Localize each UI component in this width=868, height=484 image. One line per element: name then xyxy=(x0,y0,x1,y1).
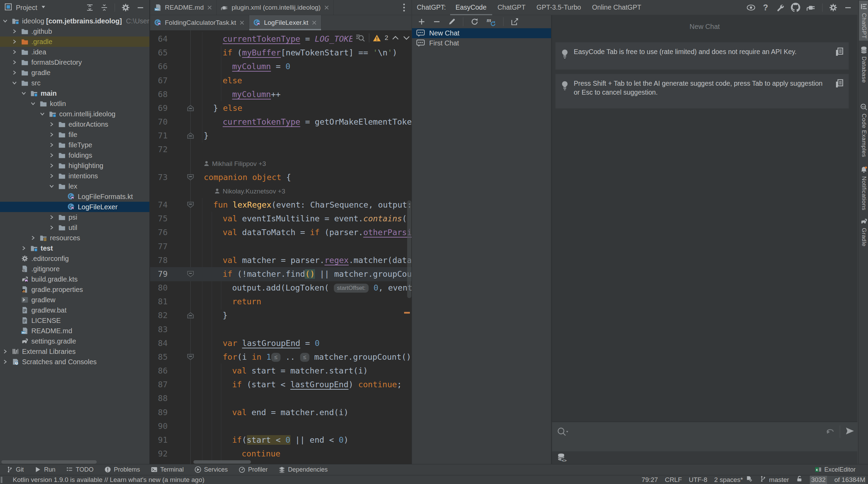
code-vision-authors[interactable]: Nikolay.Kuznetsov +3 xyxy=(223,184,285,198)
close-icon[interactable] xyxy=(311,20,317,25)
chat-mode-tab-chatgpt[interactable]: ChatGPT xyxy=(492,0,531,15)
chevron-right-icon[interactable] xyxy=(11,49,18,55)
editor-tab-plugin-xml-com-intellij-ideolog-[interactable]: plugin.xml (com.intellij.ideolog) xyxy=(217,0,334,15)
chevron-right-icon[interactable] xyxy=(11,28,18,34)
search-icon[interactable] xyxy=(557,427,569,438)
tool-stripe-gradle[interactable]: Gradle xyxy=(859,215,868,250)
tree-item-settings-gradle[interactable]: settings.gradle xyxy=(0,336,149,346)
fold-down-icon[interactable] xyxy=(187,201,194,208)
settings-icon[interactable] xyxy=(829,3,838,12)
chat-list-item-new-chat[interactable]: New Chat xyxy=(412,28,551,38)
tree-item-psi[interactable]: psi xyxy=(0,212,149,222)
toolbar-button-run[interactable]: Run xyxy=(34,466,55,473)
tree-item--idea[interactable]: .idea xyxy=(0,47,149,57)
chevron-down-icon[interactable] xyxy=(39,111,45,117)
editor-tab-readme-md[interactable]: MDREADME.md xyxy=(150,0,217,15)
file-encoding[interactable]: UTF-8 xyxy=(689,476,707,484)
chevron-right-icon[interactable] xyxy=(30,235,36,241)
tree-item-kotlin[interactable]: kotlin xyxy=(0,98,149,109)
chevron-right-icon[interactable] xyxy=(49,152,55,158)
tree-item-logfilelexer[interactable]: LogFileLexer xyxy=(0,202,149,212)
chevron-right-icon[interactable] xyxy=(49,162,55,169)
inspections-icon[interactable] xyxy=(355,33,366,42)
editor-vertical-scrollbar[interactable] xyxy=(407,200,411,298)
memory-indicator[interactable]: 3032 of 16384M xyxy=(810,476,866,484)
remove-chat-button[interactable] xyxy=(433,18,441,26)
fold-up-icon[interactable] xyxy=(187,105,194,112)
git-branch-widget[interactable]: master xyxy=(760,475,789,484)
tree-item-foldings[interactable]: foldings xyxy=(0,150,149,160)
error-stripe-mark[interactable] xyxy=(404,312,410,314)
collapse-all-button[interactable] xyxy=(100,3,108,12)
tree-item-src[interactable]: src xyxy=(0,78,149,88)
tree-item-gradle[interactable]: gradle xyxy=(0,67,149,78)
tree-item-file[interactable]: file xyxy=(0,129,149,140)
toolbar-button-git[interactable]: Git xyxy=(6,466,24,473)
editor-tab-foldingcalculatortask-kt[interactable]: FoldingCalculatorTask.kt xyxy=(150,15,249,30)
fold-up-icon[interactable] xyxy=(187,132,194,139)
editor-horizontal-scrollbar[interactable] xyxy=(193,460,251,464)
tree-item-external-libraries[interactable]: External Libraries xyxy=(0,346,149,357)
tree-item--github[interactable]: .github xyxy=(0,26,149,36)
toolbar-button-problems[interactable]: Problems xyxy=(104,466,140,473)
status-message[interactable]: Kotlin version 1.9.0 is available // Lea… xyxy=(13,476,204,484)
undo-icon[interactable] xyxy=(825,427,835,435)
copy-icon[interactable] xyxy=(835,79,844,88)
fold-up-icon[interactable] xyxy=(187,312,194,319)
chevron-right-icon[interactable] xyxy=(11,70,18,76)
db-code-icon[interactable]: <> xyxy=(557,453,567,464)
db-code-icon[interactable]: <> xyxy=(557,453,567,463)
tree-item-resources[interactable]: resources xyxy=(0,233,149,243)
hide-panel-button[interactable] xyxy=(136,3,145,12)
editor-tab-logfilelexer-kt[interactable]: LogFileLexer.kt xyxy=(249,15,321,30)
tree-item-build-gradle-kts[interactable]: build.gradle.kts xyxy=(0,274,149,284)
tree-item-gradle-properties[interactable]: gradle.properties xyxy=(0,284,149,295)
chat-mode-tab-gpt-3-5-turbo[interactable]: GPT-3.5-Turbo xyxy=(531,0,586,15)
chevron-right-icon[interactable] xyxy=(49,131,55,138)
tool-stripe-chatgpt[interactable]: ChatGPT xyxy=(859,1,868,41)
chevron-right-icon[interactable] xyxy=(49,142,55,148)
chevron-down-icon[interactable] xyxy=(49,183,55,189)
chat-mode-tab-online-chatgpt[interactable]: Online ChatGPT xyxy=(586,0,647,15)
tree-item-scratches-and-consoles[interactable]: Scratches and Consoles xyxy=(0,357,149,367)
previous-warning-icon[interactable] xyxy=(392,35,399,40)
send-icon[interactable] xyxy=(845,427,855,435)
toolbar-button-services[interactable]: Services xyxy=(194,466,228,473)
export-button[interactable] xyxy=(510,17,519,26)
tool-stripe-notifications[interactable]: Notifications xyxy=(859,164,868,214)
chevron-right-icon[interactable] xyxy=(49,214,55,220)
model-refresh-button[interactable]: m xyxy=(486,17,496,27)
toolbar-button-todo[interactable]: TODO xyxy=(66,466,94,473)
line-separator[interactable]: CRLF xyxy=(665,476,682,484)
tree-item--gitignore[interactable]: .gitignore xyxy=(0,264,149,274)
chevron-right-icon[interactable] xyxy=(49,121,55,127)
tree-item-gradlew-bat[interactable]: gradlew.bat xyxy=(0,305,149,315)
undo-icon[interactable] xyxy=(825,427,835,436)
tree-item-license[interactable]: LICENSE xyxy=(0,315,149,326)
toolbar-button-dependencies[interactable]: Dependencies xyxy=(278,466,328,473)
tree-item-test[interactable]: test xyxy=(0,243,149,253)
chevron-right-icon[interactable] xyxy=(49,224,55,231)
tool-stripe-code-examples[interactable]: <>Code Examples xyxy=(859,101,868,160)
tree-item-highlighting[interactable]: highlighting xyxy=(0,160,149,171)
eye-icon[interactable] xyxy=(746,4,756,11)
help-icon[interactable]: ? xyxy=(762,3,770,12)
toolbar-button-profiler[interactable]: Profiler xyxy=(239,466,268,473)
tree-item-formatsdirectory[interactable]: formatsDirectory xyxy=(0,57,149,67)
fold-down-icon[interactable] xyxy=(187,354,194,360)
chat-input-field[interactable] xyxy=(552,422,857,451)
tab-options-icon[interactable] xyxy=(403,0,412,15)
tree-item-ideolog[interactable]: ideolog [com.jetbrains.ideolog]C:\Users\… xyxy=(0,16,149,26)
tool-stripe-database[interactable]: Database xyxy=(859,44,868,87)
chevron-right-icon[interactable] xyxy=(2,359,8,365)
indent-style[interactable]: 2 spaces* xyxy=(714,475,752,484)
copy-icon[interactable] xyxy=(835,47,844,57)
close-icon[interactable] xyxy=(207,5,212,10)
chevron-right-icon[interactable] xyxy=(2,348,8,355)
inspections-widget[interactable]: 2 xyxy=(352,31,410,44)
caret-position[interactable]: 79:27 xyxy=(642,476,658,484)
expand-all-button[interactable] xyxy=(86,3,94,12)
project-horizontal-scrollbar[interactable] xyxy=(1,460,97,464)
project-panel-title[interactable]: Project xyxy=(16,4,37,12)
hide-icon[interactable] xyxy=(844,3,852,12)
